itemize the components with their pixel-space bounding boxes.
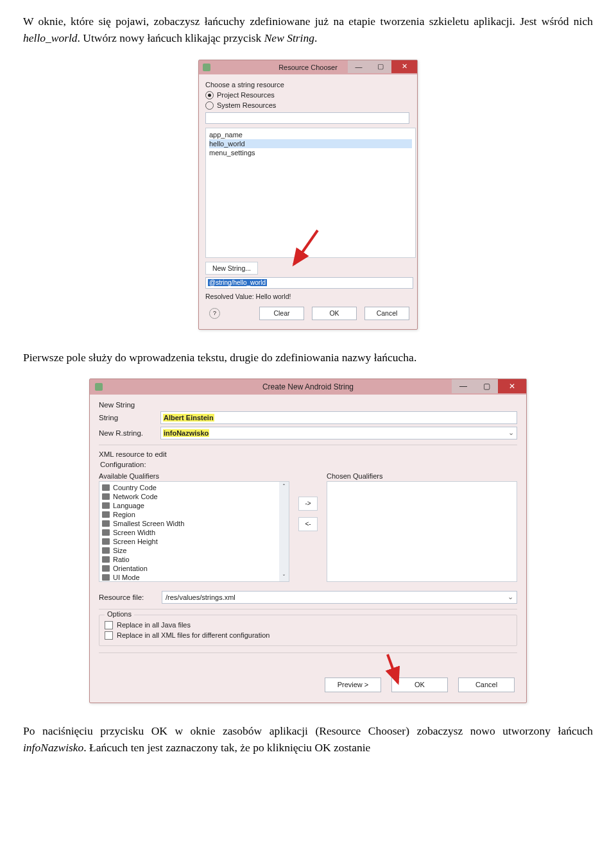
add-qualifier-button[interactable]: -> — [298, 497, 318, 511]
qualifier-icon — [102, 484, 110, 491]
rstring-label: New R.string. — [99, 429, 154, 437]
replace-java-label: Replace in all Java files — [117, 621, 191, 629]
list-item: UI Mode — [102, 573, 286, 582]
qualifier-icon — [102, 520, 110, 527]
resource-file-combo[interactable]: /res/values/strings.xml — [162, 591, 517, 604]
list-item[interactable]: menu_settings — [209, 148, 412, 157]
outro-paragraph: Po naciśnięciu przycisku OK w oknie zaso… — [23, 722, 593, 756]
chosen-qualifiers-list[interactable] — [327, 481, 517, 582]
ok-button[interactable]: OK — [391, 678, 448, 692]
scrollbar[interactable]: ˆˇ — [279, 482, 289, 581]
qualifier-icon — [102, 529, 110, 536]
preview-button[interactable]: Preview > — [325, 678, 381, 692]
project-resources-label: Project Resources — [217, 91, 275, 99]
help-icon[interactable]: ? — [209, 308, 220, 319]
replace-xml-checkbox[interactable] — [105, 631, 113, 640]
qualifier-icon — [102, 565, 110, 572]
resolved-value-label: Resolved Value: Hello world! — [205, 293, 411, 300]
filter-input[interactable] — [205, 112, 409, 124]
minimize-button[interactable]: — — [452, 379, 475, 393]
qualifier-icon — [102, 574, 110, 581]
separator — [99, 609, 517, 610]
xml-resource-label: XML resource to edit — [99, 450, 517, 458]
close-button[interactable]: ✕ — [391, 60, 417, 73]
list-item[interactable]: app_name — [209, 130, 412, 139]
system-resources-radio[interactable] — [205, 101, 214, 110]
string-value-input[interactable]: @string/hello_world — [205, 277, 413, 289]
configuration-label: Configuration: — [99, 461, 517, 468]
list-item: Network Code — [102, 492, 286, 501]
minimize-button[interactable]: — — [348, 60, 370, 73]
ok-button[interactable]: OK — [312, 307, 357, 320]
string-input[interactable]: Albert Einstein — [160, 411, 517, 424]
rstring-input[interactable]: infoNazwisko — [160, 427, 517, 439]
replace-xml-label: Replace in all XML files for different c… — [117, 631, 270, 639]
qualifier-icon — [102, 502, 110, 509]
options-legend: Options — [105, 610, 134, 618]
qualifier-icon — [102, 493, 110, 500]
project-resources-radio[interactable] — [205, 91, 214, 99]
choose-label: Choose a string resource — [205, 81, 411, 89]
remove-qualifier-button[interactable]: <- — [298, 517, 318, 531]
qualifier-icon — [102, 511, 110, 518]
create-string-dialog: Create New Android String — ▢ ✕ New Stri… — [89, 379, 527, 703]
list-item: Orientation — [102, 564, 286, 573]
new-string-button[interactable]: New String... — [205, 262, 258, 275]
new-string-heading: New String — [99, 401, 517, 409]
chosen-qualifiers-label: Chosen Qualifiers — [327, 472, 517, 480]
list-item: Screen Height — [102, 537, 286, 546]
string-label: String — [99, 414, 154, 422]
list-item: Ratio — [102, 555, 286, 564]
qualifier-icon — [102, 547, 110, 554]
cancel-button[interactable]: Cancel — [364, 307, 409, 320]
clear-button[interactable]: Clear — [259, 307, 304, 320]
dialog-titlebar: Create New Android String — ▢ ✕ — [90, 379, 526, 395]
options-group: Options Replace in all Java files Replac… — [99, 615, 517, 646]
qualifier-icon — [102, 538, 110, 545]
qualifier-icon — [102, 556, 110, 563]
maximize-button[interactable]: ▢ — [370, 60, 391, 73]
separator — [99, 445, 517, 445]
list-item: Language — [102, 501, 286, 510]
app-icon — [203, 64, 210, 71]
resource-list[interactable]: app_name hello_world menu_settings — [205, 128, 416, 258]
resource-file-label: Resource file: — [99, 593, 154, 601]
available-qualifiers-label: Available Qualifiers — [99, 472, 289, 480]
list-item: Region — [102, 510, 286, 519]
mid-paragraph: Pierwsze pole służy do wprowadzenia teks… — [23, 349, 593, 366]
resource-chooser-dialog: Resource Chooser — ▢ ✕ Choose a string r… — [198, 60, 418, 330]
cancel-button[interactable]: Cancel — [458, 678, 515, 692]
available-qualifiers-list[interactable]: Country Code Network Code Language Regio… — [99, 481, 289, 582]
system-resources-label: System Resources — [217, 101, 276, 109]
list-item: Country Code — [102, 483, 286, 492]
dialog-titlebar: Resource Chooser — ▢ ✕ — [199, 60, 417, 74]
list-item[interactable]: hello_world — [209, 139, 412, 148]
list-item: Screen Width — [102, 528, 286, 537]
maximize-button[interactable]: ▢ — [475, 379, 498, 393]
replace-java-checkbox[interactable] — [105, 621, 113, 629]
intro-paragraph: W oknie, które się pojawi, zobaczysz łań… — [23, 13, 593, 47]
close-button[interactable]: ✕ — [498, 379, 526, 393]
list-item: Smallest Screen Width — [102, 519, 286, 528]
list-item: Size — [102, 546, 286, 555]
